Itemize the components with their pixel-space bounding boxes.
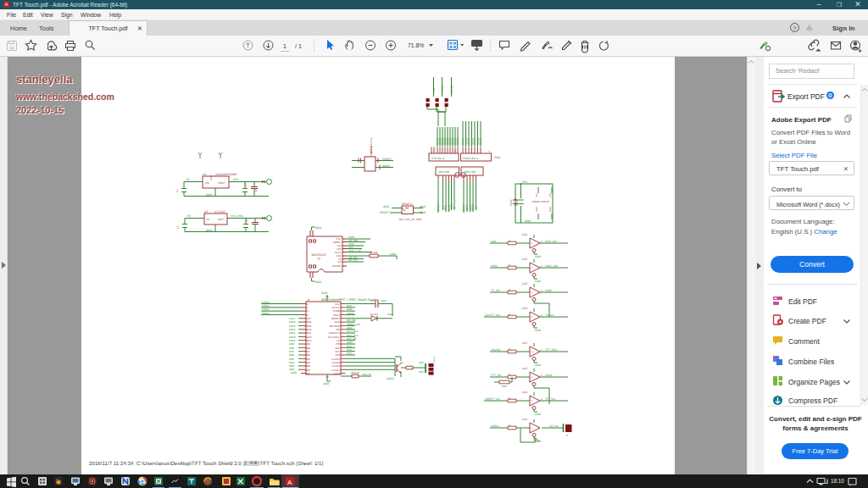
svg-text:C6: C6 [245,219,248,222]
svg-text:GND: GND [535,363,542,367]
svg-text:TF_SD: TF_SD [491,289,500,292]
svg-text:5V: 5V [187,214,192,218]
svg-text:TFT_SD: TFT_SD [491,374,502,377]
svg-text:GND: GND [535,280,542,283]
svg-text:R: R [509,313,510,316]
svg-text:GND1: GND1 [347,312,354,315]
svg-text:3V3: 3V3 [233,178,238,181]
svg-text:J6: J6 [307,298,310,302]
svg-text:A6H 6x8: A6H 6x8 [438,170,449,174]
svg-text:X1: X1 [453,206,456,209]
svg-text:R: R [509,264,510,267]
svg-text:U12: U12 [522,367,527,370]
svg-text:PG4: PG4 [432,87,436,93]
svg-text:R: R [509,397,510,400]
svg-text:TFT_BL: TFT_BL [549,424,559,428]
svg-text:A0S1_LBL: A0S1_LBL [545,264,558,268]
svg-text:VOUT: VOUT [218,181,225,185]
svg-text:Sign In: Sign In [832,25,855,32]
svg-text:U14: U14 [522,391,527,394]
svg-text:GND: GND [535,255,542,258]
svg-text:SCK_1.3V: SCK_1.3V [348,249,362,252]
svg-text:ADC3: ADC3 [262,312,270,315]
svg-text:TF: TF [317,258,321,261]
svg-text:10PAR LMPUR: 10PAR LMPUR [531,200,549,203]
svg-text:1: 1 [531,375,533,379]
svg-text:X2: X2 [475,206,478,209]
svg-text:GND1: GND1 [382,164,390,168]
svg-text:C5: C5 [176,225,180,229]
svg-text:GND0: GND0 [456,137,459,145]
svg-text:A0S1: A0S1 [491,264,498,268]
svg-text:GND: GND [209,175,213,180]
svg-text:GND: GND [536,207,538,212]
svg-text:P: P [566,434,568,437]
svg-text:GND: GND [534,439,541,442]
svg-text:1: 1 [531,315,533,319]
svg-text:GND: GND [291,371,298,374]
svg-text:SDR/TT_CS: SDR/TT_CS [485,397,500,401]
svg-text:C2: C2 [244,183,248,186]
svg-text:VCC3: VCC3 [479,138,482,145]
svg-text:100nF: 100nF [515,199,519,206]
svg-text:2: 2 [541,374,542,377]
svg-text:2: 2 [541,349,542,352]
svg-text:1: 1 [531,266,533,269]
svg-text:71.8%: 71.8% [408,42,424,48]
svg-text:SPRKL: SPRKL [333,241,342,244]
svg-text:GND: GND [525,219,531,223]
svg-text:VCC: VCC [549,192,552,197]
svg-text:A0SD: A0SD [545,374,553,377]
svg-text:VCC: VCC [536,192,538,197]
svg-text:LED1: LED1 [432,357,436,363]
svg-text:AK5K1: AK5K1 [491,424,499,428]
svg-text:DRNB: DRNB [450,86,453,93]
svg-text:TFT_DCX: TFT_DCX [545,348,558,352]
svg-text:GND: GND [390,252,397,256]
svg-text:SCA/TT_CS: SCA/TT_CS [485,313,500,317]
svg-text:100nF: 100nF [509,199,513,206]
svg-text:R: R [509,289,510,291]
svg-text:A: A [287,479,292,486]
svg-text:R: R [509,424,510,427]
svg-text:GND: GND [420,205,426,208]
svg-text:GND: GND [535,329,542,332]
svg-text:3K3: 3K3 [419,370,424,374]
svg-text:Y: Y [488,150,491,153]
svg-text:3C_CS: 3C_CS [348,258,357,262]
svg-text:D1 M7: D1 M7 [370,313,378,316]
svg-text:SDs/DC: SDs/DC [491,348,501,352]
svg-text:U24: U24 [522,307,527,310]
svg-text:A0S5: A0S5 [545,289,552,292]
svg-text:R: R [509,374,510,376]
svg-text:C3: C3 [254,189,258,192]
svg-text:1: 1 [531,426,533,430]
svg-text:SD_MO: SD_MO [348,239,359,242]
svg-text:GND: GND [549,207,552,212]
svg-text:R: R [509,240,510,242]
svg-text:GND: GND [387,313,394,316]
svg-text:2: 2 [541,265,542,268]
svg-text:3V3: 3V3 [522,180,527,184]
svg-text:40P-0.5mmFPC + FRC Touch Scree: 40P-0.5mmFPC + FRC Touch Screen [321,297,378,302]
svg-text:CJT1117: CJT1117 [214,210,225,214]
svg-text:SCK_LDL: SCK_LDL [545,240,557,243]
svg-text:TS_CS: TS_CS [545,313,554,317]
svg-text:DADAD: DADAD [332,264,342,268]
svg-text:1: 1 [531,399,533,402]
svg-text:5V: 5V [186,178,191,181]
svg-text:C1: C1 [175,189,179,192]
svg-text:OUT: OUT [218,218,224,221]
svg-text:18:10: 18:10 [831,478,844,484]
svg-text:ANA_5V: ANA_5V [362,373,372,376]
svg-text:MB520: MB520 [370,146,373,154]
svg-text:GND4-8p-w: GND4-8p-w [463,157,478,160]
svg-text:1: 1 [531,241,533,245]
svg-text:IN: IN [207,218,210,221]
svg-text:BUTTON_4P_SMS: BUTTON_4P_SMS [399,218,422,221]
svg-text:GND: GND [315,280,322,284]
svg-text:?: ? [793,25,797,32]
svg-text:3UB: 3UB [502,385,507,388]
svg-text:RESET1: RESET1 [402,202,413,206]
svg-text:MICROSD: MICROSD [312,253,326,257]
